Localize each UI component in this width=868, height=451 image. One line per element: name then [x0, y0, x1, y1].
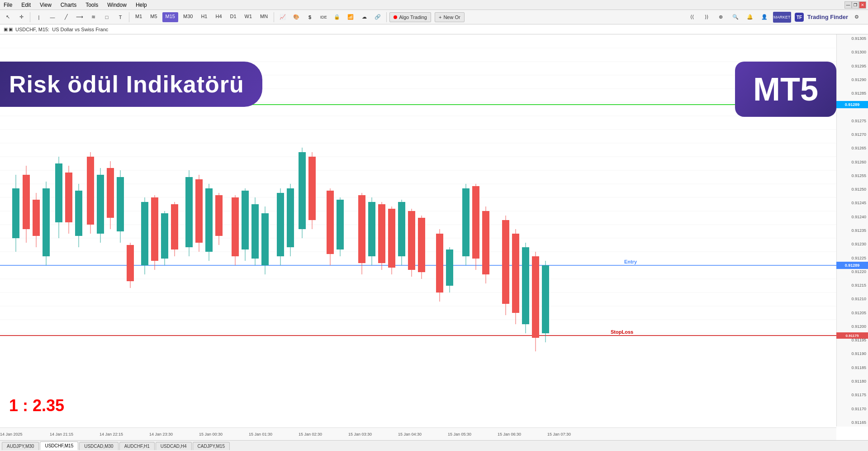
svg-rect-107: [482, 211, 489, 274]
sep2: [129, 12, 129, 22]
trend-line-tool[interactable]: ╱: [60, 12, 72, 23]
tab-cadjpy-m15[interactable]: CADJPY,M15: [193, 442, 230, 450]
menu-view[interactable]: View: [38, 1, 53, 9]
price-label-20: 0.91205: [839, 311, 866, 315]
logo-icon: TF: [794, 12, 805, 23]
new-order-plus: +: [439, 14, 441, 20]
svg-rect-97: [418, 218, 425, 272]
arrow-tool[interactable]: ↖: [2, 12, 14, 23]
menu-edit[interactable]: Edit: [19, 1, 33, 9]
price-label-12: 0.91245: [839, 201, 866, 205]
tab-audjpy-m30[interactable]: AUDJPY,M30: [2, 442, 39, 450]
menu-tools[interactable]: Tools: [84, 1, 100, 9]
svg-rect-31: [43, 188, 50, 256]
svg-rect-77: [299, 152, 306, 229]
svg-rect-37: [75, 191, 82, 236]
zoom-in-btn[interactable]: ⊕: [715, 12, 727, 23]
tab-usdcad-m30[interactable]: USDCAD,M30: [79, 442, 118, 450]
timeframe-w1[interactable]: W1: [242, 12, 256, 22]
notification-btn[interactable]: 🔔: [744, 12, 756, 23]
nav-left-btn[interactable]: ⟨⟨: [686, 12, 698, 23]
price-label-15: 0.91230: [839, 242, 866, 246]
timeframe-m1[interactable]: M1: [132, 12, 145, 22]
close-button[interactable]: ✕: [859, 1, 866, 9]
fib-tool[interactable]: ≋: [87, 12, 99, 23]
timeframe-m15[interactable]: M15: [162, 12, 178, 22]
svg-rect-71: [261, 213, 269, 265]
price-label-27: 0.91170: [839, 407, 866, 411]
lock-btn[interactable]: 🔒: [331, 12, 343, 23]
restore-button[interactable]: ❐: [852, 1, 859, 9]
menu-help[interactable]: Help: [134, 1, 149, 9]
risk-ratio-value: 1 : 2.35: [9, 396, 64, 415]
svg-rect-27: [23, 175, 30, 229]
entry-label-text: Entry: [624, 259, 637, 264]
dollar-btn[interactable]: $: [304, 12, 316, 23]
svg-rect-49: [141, 202, 148, 265]
link-btn[interactable]: 🔗: [372, 12, 384, 23]
sep3: [274, 12, 274, 22]
svg-rect-63: [215, 195, 223, 236]
svg-rect-91: [388, 209, 395, 268]
tab-audchf-h1[interactable]: AUDCHF,H1: [119, 442, 155, 450]
chart-area[interactable]: Entry StopLoss Risk ödül Indikatörü MT5 …: [0, 34, 868, 440]
price-label-6: 0.91275: [839, 119, 866, 123]
svg-rect-103: [462, 188, 470, 256]
settings-btn[interactable]: ⚙: [851, 12, 863, 23]
price-label-4: 0.91285: [839, 91, 866, 96]
ray-tool[interactable]: ⟶: [74, 12, 85, 23]
minimize-button[interactable]: —: [844, 1, 852, 9]
timeframe-h4[interactable]: H4: [212, 12, 225, 22]
price-label-10: 0.91255: [839, 173, 866, 178]
svg-rect-117: [542, 265, 549, 333]
timeframe-h1[interactable]: H1: [198, 12, 210, 22]
vertical-line-tool[interactable]: |: [33, 12, 45, 23]
svg-rect-115: [532, 256, 539, 338]
svg-rect-35: [65, 173, 72, 222]
svg-rect-41: [97, 175, 104, 234]
menu-window[interactable]: Window: [105, 1, 128, 9]
text-tool[interactable]: T: [114, 12, 126, 23]
profile-btn[interactable]: 👤: [759, 12, 770, 23]
crosshair-tool[interactable]: ✛: [15, 12, 27, 23]
price-axis: 0.91305 0.91300 0.91295 0.91290 0.91285 …: [836, 34, 868, 427]
nav-right-btn[interactable]: ⟩⟩: [701, 12, 712, 23]
svg-rect-51: [151, 197, 158, 261]
horizontal-line-tool[interactable]: —: [47, 12, 58, 23]
tab-usdchf-m15[interactable]: USDCHF,M15: [40, 441, 78, 450]
menu-bar: File Edit View Charts Tools Window Help …: [0, 0, 868, 10]
trading-finder-logo: TF Trading Finder: [794, 12, 848, 23]
ide-btn[interactable]: IDE: [318, 12, 329, 23]
svg-rect-83: [337, 200, 344, 249]
market-btn[interactable]: MARKET: [773, 12, 791, 23]
tab-usdcad-h4[interactable]: USDCAD,H4: [156, 442, 192, 450]
price-label-11: 0.91250: [839, 187, 866, 192]
timeframe-m30[interactable]: M30: [180, 12, 196, 22]
overlay-banner-right: MT5: [735, 62, 836, 117]
price-label-2: 0.91295: [839, 64, 866, 68]
algo-trading-btn[interactable]: Algo Trading: [389, 12, 431, 22]
svg-text:TF: TF: [797, 15, 802, 20]
logo-text: Trading Finder: [807, 14, 848, 20]
timeframe-mn[interactable]: MN: [257, 12, 271, 22]
new-order-btn[interactable]: + New Or: [435, 12, 465, 22]
right-title: MT5: [753, 71, 818, 107]
signal-btn[interactable]: 📶: [345, 12, 356, 23]
menu-charts[interactable]: Charts: [59, 1, 78, 9]
overlay-banner-left: Risk ödül Indikatörü: [0, 62, 262, 107]
timeframe-m5[interactable]: M5: [147, 12, 160, 22]
timeframe-d1[interactable]: D1: [227, 12, 240, 22]
search-btn[interactable]: 🔍: [730, 12, 741, 23]
symbol-name: USDCHF, M15:: [15, 27, 49, 32]
chart-type-btn[interactable]: 📈: [277, 12, 289, 23]
svg-rect-105: [472, 186, 479, 259]
time-label-6: 15 Jan 02:30: [299, 432, 322, 437]
svg-rect-101: [446, 249, 453, 286]
menu-file[interactable]: File: [2, 1, 14, 9]
time-axis: 14 Jan 2025 14 Jan 21:15 14 Jan 22:15 14…: [0, 427, 836, 440]
color-scheme-btn[interactable]: 🎨: [290, 12, 302, 23]
time-label-11: 15 Jan 07:30: [547, 432, 571, 437]
cloud-btn[interactable]: ☁: [358, 12, 370, 23]
svg-rect-59: [195, 179, 203, 243]
shapes-tool[interactable]: □: [101, 12, 113, 23]
